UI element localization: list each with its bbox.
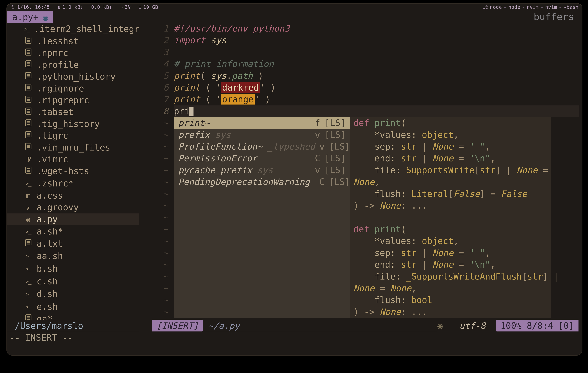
file-tree-item[interactable]: a.sh* — [7, 225, 139, 238]
file-tree-item[interactable]: .wget-hsts — [7, 165, 139, 177]
time-segment: ⏱1/16, 16:45 — [10, 4, 50, 10]
file-tree-item[interactable]: ◧a.css — [7, 190, 139, 201]
code-line-5: print( sys.path ) — [174, 70, 579, 82]
file-tree-item[interactable]: b.sh — [7, 262, 139, 275]
file-tree-item[interactable]: c.sh — [7, 275, 139, 288]
code-line-7: print ( 'orange' ) — [174, 94, 579, 105]
file-tree-item[interactable]: a.txt — [7, 238, 139, 250]
file-tree-item[interactable]: .tigrc — [7, 130, 139, 142]
code-line-1: #!/usr/bin/env python3 — [174, 23, 579, 34]
signature-doc: def print( *values: object, sep: str | N… — [350, 117, 551, 318]
terminal-window: ⏱1/16, 16:45 ⇅1.0 kB↓ 0.0 kB↑ ▭3% ≣19 GB… — [7, 3, 582, 356]
editor-main: .iterm2_shell_integr.lesshst.npmrc.profi… — [7, 23, 582, 331]
completion-list[interactable]: print~f [LS]prefixsysv [LS]ProfileFuncti… — [174, 117, 350, 318]
encoding-label: utf-8 — [459, 320, 489, 331]
file-tree-item[interactable]: .rgignore — [7, 83, 139, 94]
position-chip: 100% 8/8:4 [0] — [496, 320, 578, 331]
completion-item[interactable]: ProfileFunction~_typeshedv [LS] — [174, 141, 350, 153]
os-status-bar: ⏱1/16, 16:45 ⇅1.0 kB↓ 0.0 kB↑ ▭3% ≣19 GB… — [7, 4, 582, 11]
completion-item[interactable]: PermissionErrorC [LS] — [174, 153, 350, 165]
code-line-3 — [174, 46, 579, 58]
file-tree[interactable]: .iterm2_shell_integr.lesshst.npmrc.profi… — [7, 23, 139, 331]
mode-chip: [INSERT] — [152, 320, 203, 331]
completion-popup: print~f [LS]prefixsysv [LS]ProfileFuncti… — [174, 117, 551, 318]
battery-segment: ▭3% — [120, 4, 131, 10]
file-tree-item[interactable]: ★a.groovy — [7, 202, 139, 213]
file-tree-item[interactable]: e.sh — [7, 300, 139, 313]
tab-current-file[interactable]: a.py+ ◉ — [7, 11, 53, 23]
process-chain: ⎇ node ◂ node ◂ nvim ◂ nvim ◂ -bash — [482, 4, 578, 10]
command-line: -- INSERT -- — [7, 331, 582, 343]
status-cwd: /Users/marslo — [7, 320, 139, 331]
file-tree-item[interactable]: .vim_mru_files — [7, 142, 139, 154]
file-tree-item[interactable]: d.sh — [7, 288, 139, 300]
completion-item[interactable]: print~f [LS] — [174, 117, 350, 129]
file-tree-item[interactable]: ◉a.py — [7, 213, 139, 225]
net-up: ⇅1.0 kB↓ — [58, 4, 83, 10]
code-line-8-current: pri — [174, 105, 579, 117]
code-line-4: # print information — [174, 58, 579, 70]
code-line-2: import sys — [174, 35, 579, 46]
status-filepath: ~/a.py — [208, 320, 240, 331]
file-tree-item[interactable]: .tig_history — [7, 118, 139, 130]
file-tree-item[interactable]: .zshrc* — [7, 177, 139, 190]
python-icon: ◉ — [437, 320, 443, 331]
buffers-label[interactable]: buffers — [526, 11, 582, 23]
file-tree-item[interactable]: .npmrc — [7, 47, 139, 59]
code-line-6: print ( 'darkred' ) — [174, 82, 579, 93]
tab-label: a.py+ — [12, 11, 38, 22]
file-tree-item[interactable]: .tabset — [7, 106, 139, 118]
memory-segment: ≣19 GB — [138, 4, 158, 10]
file-tree-item[interactable]: aa.sh — [7, 250, 139, 262]
file-tree-item[interactable]: .iterm2_shell_integr — [7, 23, 139, 35]
file-tree-item[interactable]: .python_history — [7, 71, 139, 83]
net-down: 0.0 kB↑ — [91, 4, 112, 10]
file-tree-item[interactable]: .ripgreprc — [7, 94, 139, 106]
line-number-gutter: 12345678~~~~~~~~~~~~~~~~~ — [139, 23, 174, 331]
file-tree-item[interactable]: V.vimrc — [7, 154, 139, 165]
completion-item[interactable]: prefixsysv [LS] — [174, 129, 350, 141]
file-tree-item[interactable]: .profile — [7, 59, 139, 71]
status-line: /Users/marslo [INSERT] ~/a.py ◉ utf-8 10… — [7, 320, 582, 331]
file-tree-item[interactable]: .lesshst — [7, 35, 139, 47]
python-icon: ◉ — [43, 12, 48, 22]
completion-item[interactable]: pycache_prefixsysv [LS] — [174, 165, 350, 176]
completion-item[interactable]: PendingDeprecationWarningC [LS] — [174, 176, 350, 188]
tab-bar: a.py+ ◉ buffers — [7, 11, 582, 23]
